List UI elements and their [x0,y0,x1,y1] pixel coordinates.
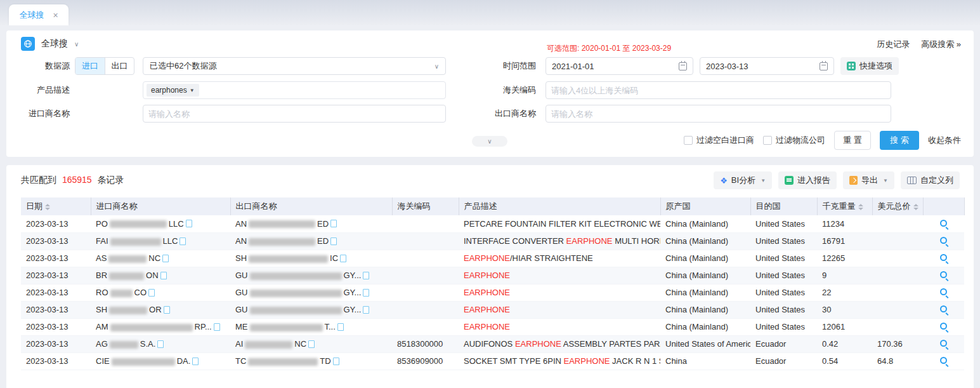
cell-action[interactable] [923,352,964,370]
copy-icon[interactable] [150,290,155,297]
search-detail-icon[interactable] [940,254,947,261]
copy-icon[interactable] [181,239,186,245]
exporter-input[interactable] [546,105,891,123]
table-row[interactable]: 2023-03-13CIEDA.TCTD8536909000SOCKET SMT… [21,352,964,370]
copy-icon[interactable] [162,273,167,279]
cell-weight: 22 [817,284,872,301]
reset-button[interactable]: 重 置 [834,131,871,150]
copy-icon[interactable] [332,221,337,227]
search-detail-icon[interactable] [940,220,947,227]
cell-importer: SHOR [91,301,230,318]
history-link[interactable]: 历史记录 [877,39,910,50]
cell-action[interactable] [923,318,964,335]
advanced-search-link[interactable]: 高级搜索 » [921,39,961,50]
copy-icon[interactable] [341,256,346,262]
copy-icon[interactable] [310,342,315,348]
module-header[interactable]: 全球搜 ∨ [21,37,79,51]
search-detail-icon[interactable] [940,271,947,278]
copy-icon[interactable] [193,359,199,365]
tab-close-icon[interactable]: × [53,11,58,20]
copy-icon[interactable] [159,342,164,348]
product-text: JACK R N 1 SOCKET... [610,356,660,366]
date-end-input[interactable]: 2023-03-13 [700,57,834,75]
cell-exporter: AINC [230,335,392,352]
cell-action[interactable] [923,335,964,352]
table-row[interactable]: 2023-03-13BRONGUGY...EARPHONEChina (Main… [21,267,964,284]
cell-action[interactable] [923,301,964,318]
copy-icon[interactable] [334,359,339,365]
bi-analysis-button[interactable]: ❖ BI分析 ▼ [714,171,772,189]
checkbox-icon [684,136,693,145]
search-detail-icon[interactable] [940,288,947,295]
sort-icon[interactable] [45,204,50,210]
copy-icon[interactable] [364,307,369,314]
search-detail-icon[interactable] [940,340,947,347]
cell-action[interactable] [923,232,964,250]
sort-icon[interactable] [858,204,863,210]
cell-origin: China (Mainland) [660,232,750,250]
search-button[interactable]: 搜 索 [880,131,919,150]
search-detail-icon[interactable] [940,357,947,364]
table-row[interactable]: 2023-03-13ROCOGUGY...EARPHONEChina (Main… [21,284,964,301]
col-header-date[interactable]: 日期 [21,197,91,215]
data-source-select[interactable]: 已选中62个数据源 ∨ [143,57,446,75]
col-header-destination: 目的国 [750,197,817,215]
copy-icon[interactable] [187,221,192,227]
copy-icon[interactable] [332,239,337,245]
table-row[interactable]: 2023-03-13POLLCANEDPETCARE FOUNTAIN FILT… [21,215,964,232]
custom-columns-button[interactable]: 自定义列 [901,171,960,189]
cell-action[interactable] [923,284,964,301]
copy-icon[interactable] [339,324,344,331]
tab-global-search[interactable]: 全球搜 × [9,4,69,25]
expand-more-button[interactable]: ∨ [472,136,507,147]
cell-usd [872,301,923,318]
search-detail-icon[interactable] [940,237,947,244]
importer-input[interactable] [143,105,446,123]
table-row[interactable]: 2023-03-13ASNCSHICEARPHONE/HIAR STRAIGHT… [21,250,964,267]
product-keyword-tag[interactable]: earphones ▼ [147,84,199,97]
cell-action[interactable] [923,267,964,284]
quick-options-button[interactable]: 快捷选项 [840,57,899,75]
enter-report-label: 进入报告 [797,175,830,186]
cell-origin: China (Mainland) [660,284,750,301]
cell-destination: United States [750,301,817,318]
search-detail-icon[interactable] [940,323,947,330]
col-header-weight[interactable]: 千克重量 [817,197,872,215]
search-form-card: 全球搜 ∨ 历史记录 高级搜索 » 可选范围: 2020-01-01 至 202… [6,30,974,157]
copy-icon[interactable] [364,273,369,279]
cell-product: EARPHONE [459,267,660,284]
col-header-usd[interactable]: 美元总价 [872,197,923,215]
hs-code-input[interactable] [546,81,891,99]
filter-logistics-checkbox[interactable]: 过滤物流公司 [763,135,825,146]
cell-importer: ASNC [91,250,230,267]
cell-action[interactable] [923,250,964,267]
table-row[interactable]: 2023-03-13SHORGUGY...EARPHONEChina (Main… [21,301,964,318]
cell-hs_code [392,301,459,318]
cell-weight: 30 [817,301,872,318]
cell-product: SOCKET SMT TYPE 6PIN EARPHONE JACK R N 1… [459,352,660,370]
copy-icon[interactable] [165,307,170,314]
table-row[interactable]: 2023-03-13AGS.A.AINC8518300000AUDIFONOS … [21,335,964,352]
copy-icon[interactable] [164,256,169,262]
cell-action[interactable] [923,215,964,232]
product-desc-field[interactable]: earphones ▼ [143,81,446,99]
keyword-highlight: EARPHONE [515,339,561,349]
filter-blank-importer-checkbox[interactable]: 过滤空白进口商 [684,135,754,146]
search-detail-icon[interactable] [940,305,947,312]
results-table: 日期进口商名称出口商名称海关编码产品描述原产国目的国千克重量美元总价 2023-… [21,197,965,370]
copy-icon[interactable] [215,324,220,331]
export-button[interactable]: 导出 ▼ [843,171,894,189]
copy-icon[interactable] [364,290,369,297]
import-toggle[interactable]: 进口 [75,58,105,74]
calendar-icon [820,62,828,70]
collapse-conditions-link[interactable]: 收起条件 [928,135,961,146]
export-toggle[interactable]: 出口 [105,58,134,74]
enter-report-button[interactable]: 进入报告 [778,171,837,189]
date-start-input[interactable]: 2021-01-01 [546,57,693,75]
table-row[interactable]: 2023-03-13AMRP...MET...EARPHONEChina (Ma… [21,318,964,335]
cell-hs_code [392,267,459,284]
sort-icon[interactable] [913,204,918,210]
results-summary: 共匹配到 165915 条记录 [21,175,124,186]
cell-exporter: MET... [230,318,392,335]
table-row[interactable]: 2023-03-13FAILLCANEDINTERFACE CONVERTER … [21,232,964,250]
